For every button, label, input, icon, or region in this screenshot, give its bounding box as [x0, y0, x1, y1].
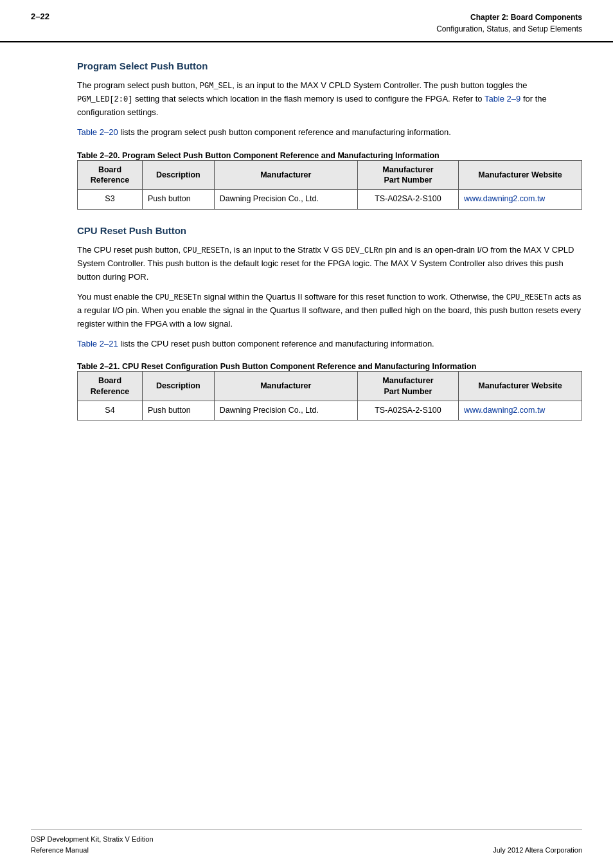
table-2-9-link[interactable]: Table 2–9 — [484, 94, 520, 104]
col-mfr-website-1: Manufacturer Website — [458, 160, 582, 190]
section2-para1: The CPU reset push button, CPU_RESETn, i… — [77, 244, 582, 284]
col-description-1: Description — [142, 160, 214, 190]
section2-heading: CPU Reset Push Button — [77, 225, 582, 236]
mfr-website-val-2: www.dawning2.com.tw — [458, 401, 582, 420]
col-mfr-website-2: Manufacturer Website — [458, 372, 582, 401]
table-2-21-link[interactable]: Table 2–21 — [77, 339, 118, 348]
section2-para3: Table 2–21 lists the CPU reset push butt… — [77, 338, 582, 351]
col-board-ref-1: BoardReference — [78, 160, 143, 190]
description-val-2: Push button — [142, 401, 214, 420]
footer-right: July 2012 Altera Corporation — [493, 845, 582, 856]
manufacturer-val-1: Dawning Precision Co., Ltd. — [214, 190, 357, 210]
mfr-website-val-1: www.dawning2.com.tw — [458, 190, 582, 210]
col-mfr-part-1: ManufacturerPart Number — [357, 160, 458, 190]
manufacturer-val-2: Dawning Precision Co., Ltd. — [214, 401, 357, 420]
page: 2–22 Chapter 2: Board Components Configu… — [0, 0, 613, 868]
chapter-subtitle: Configuration, Status, and Setup Element… — [436, 23, 582, 35]
main-content: Program Select Push Button The program s… — [0, 42, 613, 462]
board-ref-val-1: S3 — [78, 190, 143, 210]
table-row: S4 Push button Dawning Precision Co., Lt… — [78, 401, 582, 420]
table-2-20: BoardReference Description Manufacturer … — [77, 160, 582, 210]
chapter-title: Chapter 2: Board Components — [436, 12, 582, 23]
section1-para1: The program select push button, PGM_SEL,… — [77, 79, 582, 120]
section1-para2: Table 2–20 lists the program select push… — [77, 126, 582, 140]
col-manufacturer-1: Manufacturer — [214, 160, 357, 190]
footer-left-line2: Reference Manual — [31, 845, 154, 856]
table-2-21: BoardReference Description Manufacturer … — [77, 371, 582, 420]
description-val-1: Push button — [142, 190, 214, 210]
mfr-part-val-1: TS-A02SA-2-S100 — [357, 190, 458, 210]
col-mfr-part-2: ManufacturerPart Number — [357, 372, 458, 401]
page-number: 2–22 — [31, 12, 49, 21]
page-header: 2–22 Chapter 2: Board Components Configu… — [0, 0, 613, 42]
col-description-2: Description — [142, 372, 214, 401]
board-ref-val-2: S4 — [78, 401, 143, 420]
section1-heading: Program Select Push Button — [77, 60, 582, 71]
section2-para2: You must enable the CPU_RESETn signal wi… — [77, 291, 582, 331]
table-2-20-caption: Table 2–20. Program Select Push Button C… — [77, 151, 582, 160]
page-footer: DSP Development Kit, Stratix V Edition R… — [31, 829, 582, 855]
header-right: Chapter 2: Board Components Configuratio… — [436, 12, 582, 35]
table-2-21-caption: Table 2–21. CPU Reset Configuration Push… — [77, 362, 582, 371]
footer-left: DSP Development Kit, Stratix V Edition R… — [31, 834, 154, 855]
col-board-ref-2: BoardReference — [78, 372, 143, 401]
mfr-part-val-2: TS-A02SA-2-S100 — [357, 401, 458, 420]
footer-right-line1: July 2012 Altera Corporation — [493, 845, 582, 856]
table-row: S3 Push button Dawning Precision Co., Lt… — [78, 190, 582, 210]
col-manufacturer-2: Manufacturer — [214, 372, 357, 401]
footer-left-line1: DSP Development Kit, Stratix V Edition — [31, 834, 154, 845]
table-2-20-link[interactable]: Table 2–20 — [77, 127, 118, 137]
